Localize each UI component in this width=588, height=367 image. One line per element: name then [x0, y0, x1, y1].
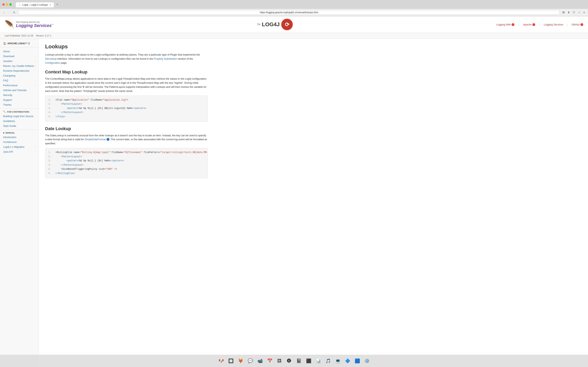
- code-line: 2. <PatternLayout>: [48, 155, 204, 159]
- code-content: <File name="Application" fileName="appli…: [55, 98, 204, 102]
- dock-vscode[interactable]: 💻: [333, 357, 342, 365]
- line-number: 2.: [48, 102, 52, 106]
- manual-section-header: ■ MANUAL: [0, 130, 39, 135]
- sidebar-item-changelog[interactable]: Changelog: [0, 73, 39, 78]
- dock-excel[interactable]: 📊: [314, 357, 323, 365]
- logging-wiki-link[interactable]: Logging Wiki 🔴: [496, 23, 515, 26]
- line-number: 5.: [48, 115, 52, 119]
- code-content: <PatternLayout>: [55, 102, 204, 106]
- sidebar-item-introduction[interactable]: Introduction: [0, 135, 39, 140]
- sidebar-item-log4j-1.x-migration[interactable]: Log4j 1.x Migration›: [0, 144, 39, 149]
- tab-title: Log4j – Log4j 2 Lookups: [22, 3, 48, 6]
- sidebar-item-about[interactable]: About: [0, 49, 39, 54]
- line-number: 4.: [48, 110, 52, 115]
- dock-facetime[interactable]: 📹: [256, 357, 264, 365]
- contributors-nav: Building Log4j from SourceGuidelinesStyl…: [0, 114, 39, 128]
- published-date: Last Published: 2021-12-28: [5, 34, 33, 37]
- circle-icon: 🔵: [106, 138, 110, 141]
- dock-calendar[interactable]: 📅: [265, 357, 274, 365]
- reload-button[interactable]: ↻: [12, 10, 17, 14]
- sidebar-item-thanks[interactable]: Thanks: [0, 102, 39, 107]
- sidebar-item-guidelines[interactable]: Guidelines: [0, 119, 39, 124]
- tab-close-button[interactable]: ✕: [49, 4, 51, 6]
- back-button[interactable]: ‹: [2, 10, 6, 14]
- dock-music[interactable]: 🎵: [324, 357, 332, 365]
- code-line: 2. <PatternLayout>: [48, 102, 204, 106]
- sidebar-item-maven,-ivy,-gradle-artifacts[interactable]: Maven, Ivy, Gradle Artifacts›: [0, 64, 39, 68]
- download-icon[interactable]: ⬇: [567, 10, 571, 14]
- toolbar-icons: ⌘ ⬇ 🛡 ☆ ≡: [561, 10, 586, 14]
- code-line: 6.</RollingFile>: [48, 171, 204, 176]
- line-number: 1.: [48, 98, 52, 102]
- shield-icon[interactable]: 🛡: [572, 10, 576, 14]
- line-number: 6.: [48, 171, 52, 176]
- simpledateformat-link[interactable]: SimpleDateFormat: [85, 138, 106, 141]
- apache-link[interactable]: Apache 🔴: [523, 23, 536, 26]
- sidebar-item-javadoc[interactable]: Javadoc›: [0, 59, 39, 64]
- mac-dock: 🐶 🔲 🦊 💬 📹 📅 🖼 🅐 📓 ⬛ 📊 🎵 💻 🔷 🟦 ⚙️: [0, 355, 588, 366]
- page-title: Lookups: [45, 43, 208, 50]
- sidebar: 🏠 APACHE LOG4J™ 2 AboutDownloadJavadoc›M…: [0, 39, 39, 366]
- sidebar-item-architecture[interactable]: Architecture: [0, 140, 39, 144]
- sidebar-item-download[interactable]: Download: [0, 54, 39, 59]
- minimize-button[interactable]: [6, 3, 8, 6]
- menu-icon[interactable]: ≡: [583, 10, 586, 14]
- active-tab[interactable]: 📄 Log4j – Log4j 2 Lookups ✕: [16, 2, 54, 7]
- sidebar-item-faq[interactable]: FAQ: [0, 78, 39, 83]
- sidebar-item-building-log4j-from-source[interactable]: Building Log4j from Source: [0, 114, 39, 119]
- code-content: <SizeBasedTriggeringPolicy size="500" />: [55, 167, 204, 171]
- dock-photos[interactable]: 🖼: [275, 357, 284, 365]
- code-line: 3. <pattern>%d %p %c{1.} [%t] %m%n</patt…: [48, 159, 204, 163]
- section-body-date-lookup: The DateLookup is somewhat unusual from …: [45, 133, 208, 146]
- property-substitution-link[interactable]: Property Substitution: [154, 57, 177, 60]
- sidebar-item-performance[interactable]: Performance›: [0, 83, 39, 88]
- extensions-icon[interactable]: ⌘: [561, 10, 566, 14]
- content-area: 🏠 APACHE LOG4J™ 2 AboutDownloadJavadoc›M…: [0, 39, 588, 366]
- bookmark-icon[interactable]: ☆: [577, 10, 581, 14]
- dock-terminal[interactable]: ⬛: [304, 357, 313, 365]
- line-number: 5.: [48, 167, 52, 171]
- dock-system-prefs[interactable]: ⚙️: [363, 357, 371, 365]
- dock-joplin[interactable]: 📓: [294, 357, 303, 365]
- code-content: <RollingFile name="Rolling-${map:type}" …: [55, 150, 208, 155]
- logo-url: http://logging.apache.org: [16, 21, 53, 23]
- logging-services-link[interactable]: Logging Services: [544, 23, 563, 26]
- line-number: 3.: [48, 159, 52, 163]
- tab-favicon: 📄: [18, 4, 21, 6]
- close-button[interactable]: [2, 3, 5, 6]
- pencil-icon: ✏️: [3, 110, 6, 113]
- dock-messages[interactable]: 💬: [246, 357, 255, 365]
- new-tab-button[interactable]: +: [54, 1, 60, 7]
- configuration-link[interactable]: Configuration: [45, 61, 60, 64]
- code-content: </File>: [55, 115, 204, 119]
- dock-zoom[interactable]: 🟦: [353, 357, 362, 365]
- main-content: Lookups Lookups provide a way to add val…: [39, 39, 214, 366]
- forward-button[interactable]: ›: [7, 10, 10, 14]
- sidebar-item-style-guide[interactable]: Style Guide: [0, 124, 39, 128]
- sidebar-item-support[interactable]: Support: [0, 98, 39, 102]
- dock-launchpad[interactable]: 🔲: [226, 357, 235, 365]
- code-content: <PatternLayout>: [55, 155, 204, 159]
- sidebar-item-java-api[interactable]: Java API: [0, 149, 39, 154]
- browser-chrome: 📄 Log4j – Log4j 2 Lookups ✕ + ‹ › ↻ ⌘ ⬇ …: [0, 0, 588, 16]
- github-link[interactable]: GitHub 🔴: [572, 23, 583, 26]
- apache-feather-icon: 🪶: [5, 20, 14, 29]
- address-input[interactable]: [18, 10, 560, 15]
- page-wrapper: 🪶 http://logging.apache.org Logging Serv…: [0, 16, 588, 366]
- code-content: <pattern>%d %p %c{1.} [%t] %m%n</pattern…: [55, 159, 204, 163]
- dock-finder[interactable]: 🐶: [217, 357, 225, 365]
- address-bar: ‹ › ↻ ⌘ ⬇ 🛡 ☆ ≡: [0, 9, 588, 16]
- code-line: 1.<File name="Application" fileName="app…: [48, 98, 204, 102]
- dock-intellij[interactable]: 🔷: [343, 357, 352, 365]
- code-content: <pattern>%d %p %c{1.} [%t] $${ctx:loginI…: [55, 106, 204, 111]
- line-number: 2.: [48, 155, 52, 159]
- dock-firefox[interactable]: 🦊: [236, 357, 245, 365]
- sidebar-item-security[interactable]: Security: [0, 93, 39, 98]
- sidebar-item-articles-and-tutorials[interactable]: Articles and Tutorials: [0, 88, 39, 93]
- book-icon: ■: [3, 132, 4, 134]
- sidebar-item-runtime-dependencies[interactable]: Runtime Dependencies: [0, 68, 39, 73]
- line-number: 3.: [48, 106, 52, 111]
- dock-appstore[interactable]: 🅐: [285, 357, 294, 365]
- fullscreen-button[interactable]: [9, 3, 12, 6]
- strlookup-link[interactable]: StrLookup: [45, 57, 57, 60]
